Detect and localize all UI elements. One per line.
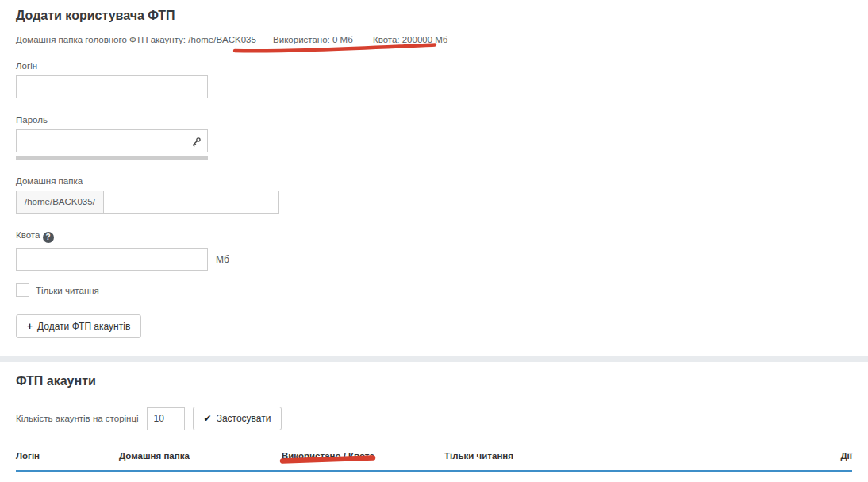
add-ftp-accounts-button[interactable]: + Додати ФТП акаунтів [16,314,141,338]
col-header-home: Домашня папка [119,451,282,471]
col-header-readonly: Тільки читання [444,451,682,471]
readonly-label: Тільки читання [36,286,99,295]
add-ftp-user-section: Додати користувача ФТП Домашня папка гол… [0,0,868,338]
plus-icon: + [27,321,33,332]
account-used-quota: 198772.57/200000 Мб [282,471,444,482]
section-divider [0,356,868,362]
login-field-group: Логін [16,61,852,98]
home-folder-input[interactable] [103,191,279,214]
login-label: Логін [16,61,852,71]
quota-unit-label: Мб [216,254,229,265]
col-header-actions: Дії [682,451,852,471]
col-header-used: Використано / Квота [282,451,444,471]
page-title: Додати користувача ФТП [16,8,852,24]
home-folder-label: Домашня папка [16,176,852,186]
account-home-folder: /home/BACK035/sites/ [119,471,282,482]
ftp-users-page: { "icons": { "help_glyph": "?", "plus_gl… [0,0,868,482]
account-summary: Домашня папка головного ФТП акаунту: /ho… [16,35,852,44]
summary-home-label: Домашня папка головного ФТП акаунту: [16,35,186,44]
readonly-checkbox[interactable] [16,283,29,297]
per-page-label: Кількість акаунтів на сторінці [16,414,139,423]
quota-help-icon[interactable]: ? [43,232,54,243]
table-row: ? BACK035 /home/BACK035/sites/ 198772.57… [16,471,852,482]
summary-home-value: /home/BACK035 [188,35,256,44]
table-header-row: Логін Домашня папка Використано / Квота … [16,451,852,471]
summary-used: Використано: 0 Мб [273,35,353,44]
password-input[interactable] [16,129,208,152]
generate-password-key-icon[interactable] [191,136,202,150]
summary-quota: Квота: 200000 Мб [373,35,447,44]
ftp-accounts-section: ФТП акаунти Кількість акаунтів на сторін… [0,362,868,482]
quota-field-group: Квота ? Мб [16,230,852,271]
check-icon: ✔ [204,413,212,424]
quota-label: Квота ? [16,230,852,243]
readonly-checkbox-group: Тільки читання [16,283,852,297]
per-page-input[interactable] [147,407,185,430]
ftp-accounts-table: Логін Домашня папка Використано / Квота … [16,451,852,482]
col-header-login: Логін [16,451,119,471]
password-field-group: Пароль [16,115,852,160]
accounts-section-title: ФТП акаунти [16,373,852,389]
quota-input[interactable] [16,248,208,271]
password-strength-bar [16,156,208,160]
apply-button[interactable]: ✔ Застосувати [193,407,282,430]
login-input[interactable] [16,75,208,98]
home-folder-field-group: Домашня папка /home/BACK035/ [16,176,852,214]
password-label: Пароль [16,115,852,125]
per-page-controls: Кількість акаунтів на сторінці ✔ Застосу… [16,407,852,430]
home-folder-prefix: /home/BACK035/ [16,191,104,214]
